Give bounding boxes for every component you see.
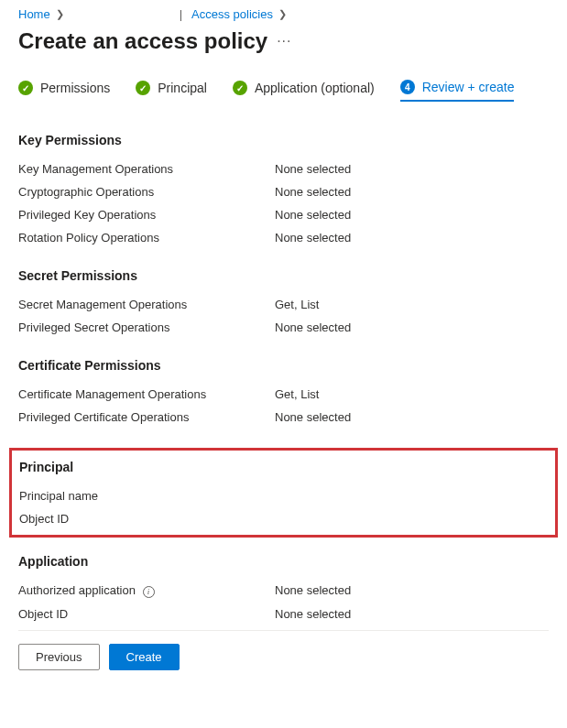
- summary-row: Certificate Management Operations Get, L…: [18, 387, 549, 401]
- summary-row: Privileged Key Operations None selected: [18, 208, 549, 222]
- checkmark-icon: ✓: [136, 81, 150, 95]
- row-label: Certificate Management Operations: [18, 387, 275, 401]
- summary-row: Privileged Secret Operations None select…: [18, 321, 549, 334]
- summary-row: Object ID: [19, 512, 548, 526]
- chevron-right-icon: ❯: [56, 8, 64, 20]
- summary-row: Key Management Operations None selected: [18, 162, 549, 176]
- breadcrumb-access-policies[interactable]: Access policies: [191, 7, 273, 21]
- step-number-badge: 4: [400, 80, 415, 94]
- row-value: Get, List: [275, 298, 319, 311]
- breadcrumb-divider: |: [180, 7, 182, 21]
- row-label: Object ID: [19, 512, 276, 526]
- row-label: Key Management Operations: [18, 162, 275, 176]
- section-application: Application Authorized application i Non…: [18, 554, 549, 621]
- summary-row: Secret Management Operations Get, List: [18, 298, 549, 311]
- row-value: None selected: [275, 208, 351, 222]
- previous-button[interactable]: Previous: [18, 644, 100, 670]
- section-certificate-permissions: Certificate Permissions Certificate Mana…: [18, 358, 549, 424]
- summary-row: Rotation Policy Operations None selected: [18, 231, 549, 244]
- row-label: Authorized application i: [18, 583, 275, 598]
- tab-label: Application (optional): [255, 81, 375, 95]
- row-value: Get, List: [275, 387, 319, 401]
- tab-label: Review + create: [422, 80, 515, 94]
- tab-principal[interactable]: ✓ Principal: [136, 80, 207, 102]
- tab-application[interactable]: ✓ Application (optional): [233, 80, 375, 102]
- chevron-right-icon: ❯: [278, 8, 287, 20]
- row-value: None selected: [275, 410, 351, 424]
- summary-row: Privileged Certificate Operations None s…: [18, 410, 549, 424]
- row-value: None selected: [275, 583, 351, 598]
- row-label: Privileged Key Operations: [18, 208, 275, 222]
- info-icon[interactable]: i: [143, 586, 155, 598]
- summary-row: Object ID None selected: [18, 607, 549, 621]
- create-button[interactable]: Create: [109, 644, 180, 670]
- tab-label: Principal: [158, 81, 207, 95]
- tab-permissions[interactable]: ✓ Permissions: [18, 80, 110, 102]
- tab-label: Permissions: [40, 81, 110, 95]
- breadcrumb: Home ❯ | Access policies ❯: [18, 7, 549, 21]
- section-title: Application: [18, 554, 549, 569]
- row-label: Object ID: [18, 607, 275, 621]
- tab-review-create[interactable]: 4 Review + create: [400, 80, 515, 102]
- section-principal-highlighted: Principal Principal name Object ID: [9, 448, 558, 538]
- row-label: Rotation Policy Operations: [18, 231, 275, 244]
- section-title: Certificate Permissions: [18, 358, 549, 373]
- breadcrumb-home[interactable]: Home: [18, 7, 50, 21]
- more-actions-icon[interactable]: ···: [277, 33, 291, 49]
- row-value: None selected: [275, 321, 351, 334]
- row-label: Principal name: [19, 489, 276, 503]
- row-label: Privileged Certificate Operations: [18, 410, 275, 424]
- wizard-footer: Previous Create: [18, 630, 549, 670]
- row-label: Secret Management Operations: [18, 298, 275, 311]
- row-label: Cryptographic Operations: [18, 185, 275, 199]
- section-secret-permissions: Secret Permissions Secret Management Ope…: [18, 268, 549, 334]
- row-value: None selected: [275, 162, 351, 176]
- section-title: Key Permissions: [18, 133, 549, 147]
- section-title: Principal: [19, 460, 548, 474]
- wizard-tabs: ✓ Permissions ✓ Principal ✓ Application …: [18, 80, 549, 102]
- row-value: None selected: [275, 607, 351, 621]
- row-label: Privileged Secret Operations: [18, 321, 275, 334]
- summary-row: Authorized application i None selected: [18, 583, 549, 598]
- summary-row: Principal name: [19, 489, 548, 503]
- section-title: Secret Permissions: [18, 268, 549, 283]
- section-key-permissions: Key Permissions Key Management Operation…: [18, 133, 549, 244]
- summary-row: Cryptographic Operations None selected: [18, 185, 549, 199]
- row-value: None selected: [275, 231, 351, 244]
- checkmark-icon: ✓: [18, 81, 33, 95]
- page-title: Create an access policy: [18, 28, 267, 54]
- checkmark-icon: ✓: [233, 81, 247, 95]
- row-value: None selected: [275, 185, 351, 199]
